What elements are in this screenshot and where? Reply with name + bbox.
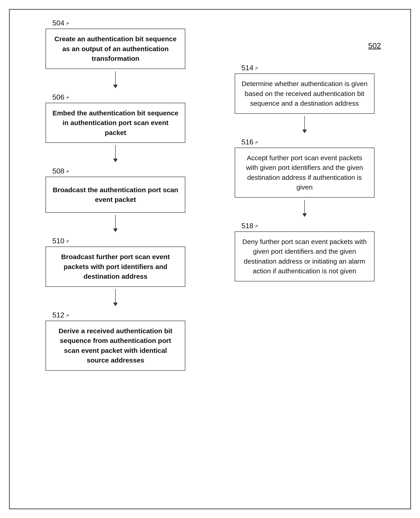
node-text-512: Derive a received authentication bit seq… (52, 326, 179, 365)
arrow-506-508 (113, 159, 118, 162)
connector-510-512 (115, 289, 116, 303)
node-bracket-514: ⌐ (256, 64, 258, 72)
node-text-508: Broadcast the authentication port scan e… (52, 185, 179, 205)
node-label-row-512: 512 ⌐ (52, 311, 70, 319)
right-title-row: 502 (210, 41, 399, 52)
node-number-508: 508 (52, 167, 64, 175)
diagram-border: 504 ⌐ Create an authentication bit seque… (9, 9, 411, 509)
node-text-506: Embed the authentication bit sequence in… (52, 108, 179, 138)
node-bracket-518: ⌐ (256, 222, 258, 230)
node-bracket-510: ⌐ (67, 237, 69, 245)
node-text-514: Determine whether authentication is give… (241, 79, 368, 108)
node-text-518: Deny further port scan event packets wit… (241, 237, 368, 276)
node-label-row-514: 514 ⌐ (241, 64, 260, 72)
node-wrapper-516: 516 ⌐ Accept further port scan event pac… (235, 138, 375, 198)
node-box-514: Determine whether authentication is give… (235, 74, 375, 114)
arrow-514-516 (302, 130, 307, 133)
node-box-516: Accept further port scan event packets w… (235, 148, 375, 198)
node-wrapper-506: 506 ⌐ Embed the authentication bit seque… (45, 93, 185, 143)
arrow-508-510 (113, 229, 118, 232)
node-bracket-512: ⌐ (67, 311, 69, 319)
arrow-510-512 (113, 303, 118, 306)
node-box-510: Broadcast further port scan event packet… (45, 246, 185, 287)
node-number-512: 512 (52, 311, 64, 319)
node-box-504: Create an authentication bit sequence as… (45, 29, 185, 69)
connector-514-516 (304, 116, 305, 130)
node-text-516: Accept further port scan event packets w… (241, 153, 368, 192)
node-wrapper-512: 512 ⌐ Derive a received authentication b… (45, 311, 185, 371)
node-number-514: 514 (241, 64, 253, 72)
node-number-504: 504 (52, 19, 64, 27)
node-box-506: Embed the authentication bit sequence in… (45, 103, 185, 143)
right-column: 502 514 ⌐ Determine whether authenticati… (210, 19, 399, 373)
node-wrapper-514: 514 ⌐ Determine whether authentication i… (235, 64, 375, 114)
node-bracket-516: ⌐ (256, 138, 258, 146)
connector-516-518 (304, 200, 305, 213)
node-wrapper-518: 518 ⌐ Deny further port scan event packe… (235, 222, 375, 281)
node-bracket-506: ⌐ (67, 93, 69, 101)
arrow-516-518 (302, 213, 307, 217)
node-text-504: Create an authentication bit sequence as… (52, 34, 179, 64)
node-label-row-510: 510 ⌐ (52, 237, 70, 245)
right-label-502: 502 (368, 41, 381, 50)
node-box-512: Derive a received authentication bit seq… (45, 321, 185, 371)
node-number-516: 516 (241, 138, 253, 146)
node-label-row-508: 508 ⌐ (52, 167, 70, 175)
left-column: 504 ⌐ Create an authentication bit seque… (21, 19, 210, 373)
connector-506-508 (115, 145, 116, 159)
diagram-container: 504 ⌐ Create an authentication bit seque… (21, 19, 399, 373)
connector-504-506 (115, 71, 116, 85)
node-wrapper-508: 508 ⌐ Broadcast the authentication port … (45, 167, 185, 213)
node-box-508: Broadcast the authentication port scan e… (45, 177, 185, 213)
node-label-row-504: 504 ⌐ (52, 19, 70, 27)
node-text-510: Broadcast further port scan event packet… (52, 252, 179, 281)
connector-508-510 (115, 215, 116, 229)
node-label-row-506: 506 ⌐ (52, 93, 70, 101)
node-wrapper-510: 510 ⌐ Broadcast further port scan event … (45, 237, 185, 287)
node-bracket-504: ⌐ (67, 19, 69, 27)
node-wrapper-504: 504 ⌐ Create an authentication bit seque… (45, 19, 185, 69)
node-bracket-508: ⌐ (67, 167, 69, 175)
node-label-row-516: 516 ⌐ (241, 138, 260, 146)
node-number-510: 510 (52, 237, 64, 245)
node-number-506: 506 (52, 93, 64, 101)
node-box-518: Deny further port scan event packets wit… (235, 231, 375, 281)
node-label-row-518: 518 ⌐ (241, 222, 260, 230)
arrow-504-506 (113, 85, 118, 88)
node-number-518: 518 (241, 222, 253, 230)
